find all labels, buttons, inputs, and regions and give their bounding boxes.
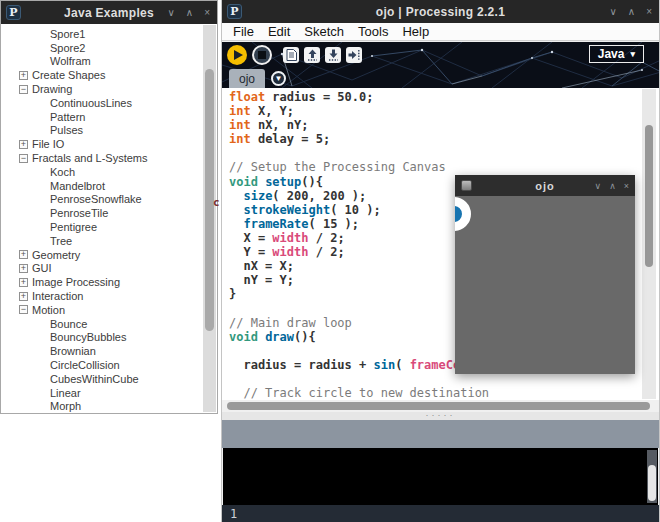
tree-item-label: Wolfram <box>50 55 91 67</box>
tab-label: ojo <box>239 72 255 86</box>
expand-icon[interactable]: + <box>19 292 28 301</box>
expand-icon[interactable]: + <box>19 250 28 259</box>
tree-item-label: GUI <box>32 262 52 274</box>
console-scrollbar[interactable] <box>647 450 657 503</box>
tree-item-motion[interactable]: −Motion <box>2 303 202 317</box>
message-bar <box>222 420 659 448</box>
close-icon[interactable]: × <box>646 7 652 17</box>
tree-item-pentigree[interactable]: Pentigree <box>2 220 202 234</box>
save-button[interactable] <box>325 47 341 63</box>
tree-item-wolfram[interactable]: Wolfram <box>2 55 202 69</box>
menu-item-sketch[interactable]: Sketch <box>297 24 351 39</box>
tree-item-gui[interactable]: +GUI <box>2 262 202 276</box>
stop-button[interactable] <box>252 45 272 65</box>
stray-character: c <box>213 196 220 209</box>
examples-titlebar: P Java Examples ∨ ∧ × <box>1 1 217 24</box>
tree-item-label: Bounce <box>50 318 87 330</box>
tree-item-label: Koch <box>50 166 75 178</box>
tree-item-label: Motion <box>32 304 65 316</box>
tree-item-mandelbrot[interactable]: Mandelbrot <box>2 179 202 193</box>
tree-item-spore2[interactable]: Spore2 <box>2 41 202 55</box>
tree-item-penrosesnowflake[interactable]: PenroseSnowflake <box>2 193 202 207</box>
tree-item-create-shapes[interactable]: +Create Shapes <box>2 68 202 82</box>
tree-item-bouncybubbles[interactable]: BouncyBubbles <box>2 331 202 345</box>
minimize-icon[interactable]: ∨ <box>168 8 175 18</box>
scrollbar-thumb[interactable] <box>227 402 650 410</box>
tree-item-tree[interactable]: Tree <box>2 234 202 248</box>
tree-item-label: Create Shapes <box>32 69 105 81</box>
menu-item-edit[interactable]: Edit <box>261 24 297 39</box>
tree-item-koch[interactable]: Koch <box>2 165 202 179</box>
play-icon <box>234 50 243 60</box>
collapse-icon[interactable]: − <box>19 305 28 314</box>
tree-item-label: CubesWithinCube <box>50 373 139 385</box>
menu-item-file[interactable]: File <box>226 24 261 39</box>
collapse-icon[interactable]: − <box>19 85 28 94</box>
tree-item-label: Mandelbrot <box>50 180 105 192</box>
tree-item-pulses[interactable]: Pulses <box>2 124 202 138</box>
expand-icon[interactable]: + <box>19 264 28 273</box>
open-button[interactable] <box>304 47 320 63</box>
close-icon[interactable]: × <box>624 181 629 191</box>
expand-icon[interactable]: + <box>19 71 28 80</box>
tab-ojo[interactable]: ojo <box>229 69 265 88</box>
code-line: int X, Y; <box>229 104 496 118</box>
tree-item-interaction[interactable]: +Interaction <box>2 289 202 303</box>
mode-selector-dropdown[interactable]: Java ▾ <box>589 45 644 63</box>
tree-item-label: Pentigree <box>50 221 97 233</box>
editor-vertical-scrollbar[interactable] <box>642 89 656 399</box>
sketch-window: ojo ∨ ∧ × <box>455 175 635 374</box>
tree-item-label: Geometry <box>32 249 80 261</box>
export-button[interactable] <box>346 47 362 63</box>
tree-item-cubeswithincube[interactable]: CubesWithinCube <box>2 372 202 386</box>
tree-item-label: BouncyBubbles <box>50 331 126 343</box>
collapse-icon[interactable]: − <box>19 154 28 163</box>
menu-item-tools[interactable]: Tools <box>351 24 395 39</box>
tree-item-circlecollision[interactable]: CircleCollision <box>2 358 202 372</box>
tree-item-bounce[interactable]: Bounce <box>2 317 202 331</box>
tree-item-pattern[interactable]: Pattern <box>2 110 202 124</box>
minimize-icon[interactable]: ∨ <box>610 7 617 17</box>
editor-titlebar: P ojo | Processing 2.2.1 ∨ ∧ × <box>222 0 659 23</box>
expand-icon[interactable]: + <box>19 278 28 287</box>
scrollbar-thumb[interactable] <box>648 465 656 501</box>
scrollbar-thumb[interactable] <box>645 125 653 267</box>
editor-window-title: ojo | Processing 2.2.1 <box>222 5 659 19</box>
save-icon <box>328 49 339 61</box>
tree-item-linear[interactable]: Linear <box>2 386 202 400</box>
processing-logo-icon: P <box>6 5 21 20</box>
tab-menu-button[interactable]: ▼ <box>271 71 286 86</box>
tree-item-morph[interactable]: Morph <box>2 400 202 412</box>
minimize-icon[interactable]: ∨ <box>595 181 602 191</box>
tree-item-image-processing[interactable]: +Image Processing <box>2 275 202 289</box>
tree-item-spore1[interactable]: Spore1 <box>2 27 202 41</box>
tree-item-drawing[interactable]: −Drawing <box>2 82 202 96</box>
tree-item-fractals-and-l-systems[interactable]: −Fractals and L-Systems <box>2 151 202 165</box>
code-line: float radius = 50.0; <box>229 90 496 104</box>
tree-item-geometry[interactable]: +Geometry <box>2 248 202 262</box>
menu-item-help[interactable]: Help <box>395 24 436 39</box>
maximize-icon[interactable]: ∧ <box>186 8 193 18</box>
code-line: // Setup the Processing Canvas <box>229 160 496 174</box>
run-button[interactable] <box>227 45 247 65</box>
tree-item-penrosetile[interactable]: PenroseTile <box>2 206 202 220</box>
maximize-icon[interactable]: ∧ <box>609 181 616 191</box>
tree-item-file-io[interactable]: +File IO <box>2 137 202 151</box>
tree-item-label: ContinuousLines <box>50 97 132 109</box>
tree-item-continuouslines[interactable]: ContinuousLines <box>2 96 202 110</box>
new-sketch-button[interactable] <box>283 47 299 63</box>
tree-item-label: Spore1 <box>50 28 85 40</box>
editor-status-bar: 1 <box>222 505 659 522</box>
export-icon <box>348 49 360 61</box>
tree-item-label: Brownian <box>50 345 96 357</box>
expand-icon[interactable]: + <box>19 140 28 149</box>
close-icon[interactable]: × <box>204 8 210 18</box>
menubar: FileEditSketchToolsHelp <box>222 23 659 41</box>
examples-scrollbar[interactable] <box>203 25 216 412</box>
examples-tree: Spore1Spore2Wolfram+Create Shapes−Drawin… <box>2 25 202 412</box>
maximize-icon[interactable]: ∧ <box>628 7 635 17</box>
tree-item-label: Spore2 <box>50 42 85 54</box>
console-splitter-handle[interactable]: ····· <box>222 412 659 420</box>
tree-item-brownian[interactable]: Brownian <box>2 344 202 358</box>
line-number-indicator: 1 <box>230 507 237 521</box>
